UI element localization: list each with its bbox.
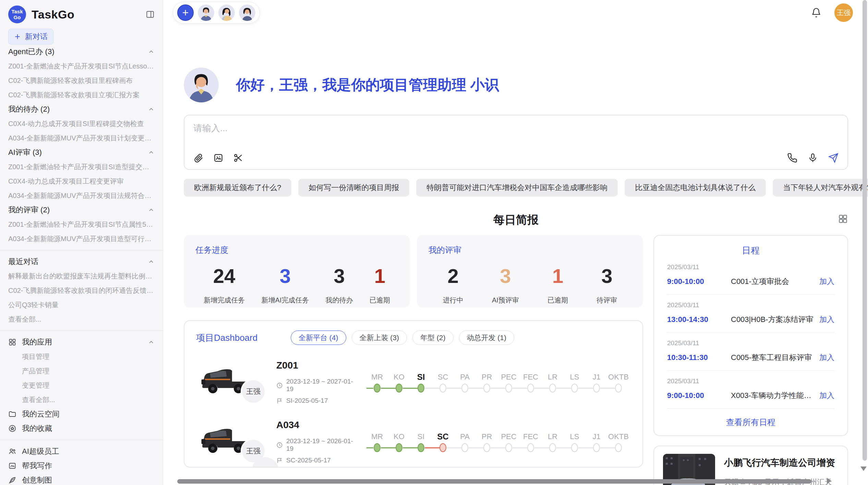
join-link[interactable]: 加入 <box>819 314 834 325</box>
add-assistant-button[interactable] <box>177 4 194 21</box>
milestone-OKTB: OKTB <box>607 371 629 393</box>
sidebar-item-help-me-write[interactable]: 帮我写作 <box>8 459 155 473</box>
sidebar-item-project-mgmt[interactable]: 项目管理 <box>8 349 155 364</box>
view-all-schedule-link[interactable]: 查看所有日程 <box>667 417 834 428</box>
divider <box>0 440 163 440</box>
sidebar-item-ai-super-staff[interactable]: AI超级员工 <box>8 444 155 459</box>
sidebar-item-my-apps[interactable]: 我的应用 <box>8 335 155 349</box>
milestone-PR: PR <box>476 431 498 453</box>
sidebar-item-favorites[interactable]: 我的收藏 <box>8 421 155 436</box>
quill-pen-icon <box>8 476 16 484</box>
sidebar-item[interactable]: C0X4-动力总成开发项目工程变更评审 <box>8 174 155 188</box>
horizontal-scrollbar-thumb[interactable] <box>177 479 811 484</box>
stat-review-overdue: 1 已逾期 <box>547 264 568 305</box>
sidebar-item[interactable]: Z001-全新燃油轻卡产品开发项目SI造型提交物评审 <box>8 160 155 174</box>
sidebar-item-product-mgmt[interactable]: 产品管理 <box>8 364 155 378</box>
suggestion-chip[interactable]: 欧洲新规最近颁布了什么? <box>184 179 291 197</box>
sidebar-item[interactable]: Z001-全新燃油皮卡产品开发项目SI节点Lesson Learn报告 <box>8 59 155 73</box>
schedule-item: 2025/03/11 13:00-14:30 C003|H0B-方案冻结评审 加… <box>667 295 834 333</box>
new-chat-label: 新对话 <box>25 32 48 42</box>
suggestion-chip[interactable]: 如何写一份清晰的项目周报 <box>298 179 409 197</box>
milestone-LR: LR <box>542 431 564 453</box>
milestone-OKTB: OKTB <box>607 431 629 453</box>
join-link[interactable]: 加入 <box>819 352 834 363</box>
chevron-up-icon[interactable] <box>148 258 155 265</box>
star-badge-icon <box>8 424 16 433</box>
apps-view-all[interactable]: 查看全部... <box>8 393 155 407</box>
new-chat-button[interactable]: 新对话 <box>8 29 53 45</box>
briefing-title: 每日简报 <box>184 212 848 228</box>
schedule-item: 2025/03/11 10:30-11:30 C005-整车工程目标评审 加入 <box>667 333 834 371</box>
sidebar-item[interactable]: A034-全新新能源MUV产品开发项目造型可行性评审 <box>8 232 155 246</box>
scissors-icon[interactable] <box>233 153 243 163</box>
chat-input[interactable] <box>193 123 839 134</box>
vertical-scrollbar-thumb[interactable] <box>863 0 867 461</box>
suggestion-chip[interactable]: 当下年轻人对汽车外观有怎样的喜好趋势 <box>773 179 868 197</box>
recent-view-all[interactable]: 查看全部... <box>8 312 155 326</box>
sidebar-item[interactable]: Z001-全新燃油轻卡产品开发项目SI节点属性5D文件评审 <box>8 217 155 232</box>
project-vehicle-image: 王强 <box>196 423 254 461</box>
assistant-avatar-3[interactable] <box>239 4 255 21</box>
milestone-PEC: PEC <box>498 431 520 453</box>
chevron-up-icon[interactable] <box>148 48 155 55</box>
recent-chat-item[interactable]: 公司Q3轻卡销量 <box>8 298 155 312</box>
tab-new-platform[interactable]: 全新平台 (4) <box>291 331 346 345</box>
schedule-item: 2025/03/11 9:00-10:00 C001-立项审批会 加入 <box>667 257 834 295</box>
sidebar-item[interactable]: A034-全新新能源MUV产品开发项目法规符合性评审 <box>8 188 155 203</box>
layout-grid-icon[interactable] <box>838 214 848 224</box>
assistant-avatar-group <box>173 2 260 24</box>
image-upload-icon[interactable] <box>213 153 224 163</box>
assistant-avatar-2[interactable] <box>218 4 235 21</box>
schedule-date: 2025/03/11 <box>667 377 834 385</box>
join-link[interactable]: 加入 <box>819 390 834 401</box>
sidebar-item[interactable]: C02-飞腾新能源轻客改款项目立项汇报方案 <box>8 88 155 102</box>
section-header-my-review[interactable]: 我的评审 (2) <box>8 203 155 217</box>
send-icon[interactable] <box>828 153 839 163</box>
section-header-agent-done[interactable]: Agent已办 (3) <box>8 45 155 59</box>
sidebar-item[interactable]: C02-飞腾新能源轻客改款项目里程碑画布 <box>8 73 155 88</box>
tab-model-year[interactable]: 年型 (2) <box>412 331 454 345</box>
sidebar-item-change-mgmt[interactable]: 变更管理 <box>8 378 155 393</box>
attachment-paperclip-icon[interactable] <box>193 153 204 163</box>
suggestion-chip[interactable]: 特朗普可能对进口汽车增税会对中国车企造成哪些影响 <box>416 179 618 197</box>
project-owner-badge: 王强 <box>241 379 266 404</box>
sidebar-item-cloud-space[interactable]: 我的云空间 <box>8 407 155 421</box>
notification-bell-icon[interactable] <box>811 8 821 18</box>
recent-chat-item[interactable]: 解释最新出台的欧盟报废车法规再生塑料比例被调至15%... <box>8 269 155 283</box>
join-link[interactable]: 加入 <box>819 276 834 287</box>
schedule-name: X003-车辆动力学性能验... <box>731 390 815 401</box>
stat-pending-review: 3 待评审 <box>596 264 617 305</box>
schedule-time: 13:00-14:30 <box>667 315 731 324</box>
scroll-down-arrow[interactable] <box>860 467 867 471</box>
chevron-up-icon[interactable] <box>148 149 155 156</box>
sidebar-item-creative-drawing[interactable]: 创意制图 <box>8 473 155 485</box>
chevron-up-icon[interactable] <box>148 339 155 346</box>
sidebar-collapse-icon[interactable] <box>146 10 155 19</box>
chevron-up-icon[interactable] <box>148 106 155 113</box>
suggestion-chip[interactable]: 比亚迪全固态电池计划具体说了什么 <box>625 179 766 197</box>
tab-new-body[interactable]: 全新上装 (3) <box>352 331 407 345</box>
project-name: Z001 <box>276 360 357 371</box>
stat-overdue: 1 已逾期 <box>370 264 390 305</box>
phone-call-icon[interactable] <box>787 153 797 163</box>
project-row[interactable]: 王强 Z001 2023-12-19 ~ 2027-01-19 SI-2025-… <box>196 360 631 405</box>
scroll-right-arrow[interactable] <box>827 478 831 484</box>
dashboard-header: 项目Dashboard 全新平台 (4) 全新上装 (3) 年型 (2) 动总开… <box>196 331 631 345</box>
section-header-recent-chats[interactable]: 最近对话 <box>8 254 155 269</box>
chevron-up-icon[interactable] <box>148 207 155 213</box>
sidebar-item[interactable]: C0X4-动力总成开发项目SI里程碑提交物检查 <box>8 116 155 131</box>
schedule-date: 2025/03/11 <box>667 339 834 347</box>
tab-powertrain-dev[interactable]: 动总开发 (1) <box>459 331 515 345</box>
section-header-my-todo[interactable]: 我的待办 (2) <box>8 102 155 116</box>
recent-chat-item[interactable]: C02-飞腾新能源轻客改款项目的闭环通告反馈情况 <box>8 283 155 298</box>
assistant-avatar-1[interactable] <box>198 4 214 21</box>
sidebar-item[interactable]: A034-全新新能源MUV产品开发项目计划变更表编写 <box>8 131 155 145</box>
people-icon <box>8 447 16 456</box>
app-title: TaskGo <box>32 8 74 21</box>
user-avatar[interactable]: 王强 <box>834 3 853 22</box>
microphone-icon[interactable] <box>808 153 818 163</box>
dashboard-tabs: 全新平台 (4) 全新上装 (3) 年型 (2) 动总开发 (1) <box>291 331 514 345</box>
milestone-PEC: PEC <box>498 371 520 393</box>
section-header-ai-review[interactable]: AI评审 (3) <box>8 145 155 160</box>
stat-new-ai-done-tasks: 3 新增AI完成任务 <box>261 264 309 305</box>
